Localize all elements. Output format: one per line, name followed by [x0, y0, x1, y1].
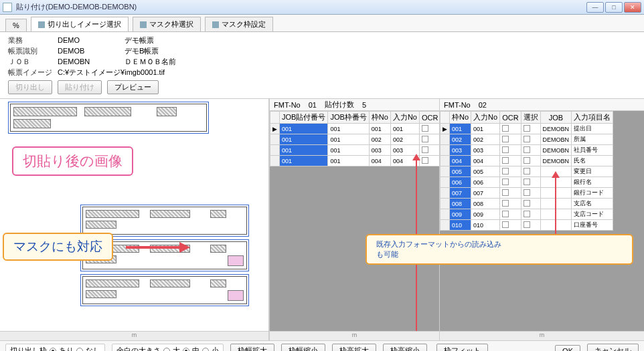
tab-icon	[38, 21, 45, 28]
frame-width-enlarge-button[interactable]: 枠幅拡大	[230, 344, 274, 351]
app-icon	[3, 3, 12, 12]
frame-fit-button[interactable]: 枠フィット	[436, 344, 488, 351]
radio-has-frame[interactable]	[50, 348, 56, 352]
radio-large[interactable]	[163, 348, 170, 352]
info-label: 帳票イメージ	[8, 68, 58, 78]
margin-group: 余白の大きさ 大 中 小	[112, 344, 224, 351]
table-row[interactable]: 006006銀行名	[440, 177, 613, 188]
info-value: ＤＥＭＯＢ名前	[125, 57, 176, 67]
form-image-1[interactable]	[8, 102, 209, 134]
fmt-no: 02	[479, 101, 487, 109]
info-value: DEMO	[58, 36, 125, 44]
cut-frame-group: 切り出し枠 あり なし	[5, 344, 105, 351]
bottom-bar: 切り出し枠 あり なし 余白の大きさ 大 中 小 枠幅拡大 枠幅縮小 枠高拡大 …	[0, 340, 644, 351]
tab-mask-select[interactable]: マスク枠選択	[133, 17, 201, 31]
radio-no-frame[interactable]	[76, 348, 83, 352]
grid-pane-2: FMT-No 02 枠No入力NoOCR選択JOB入力項目名▶001001DEM…	[439, 99, 644, 340]
table-row[interactable]: 001001002002所属	[270, 134, 440, 145]
radio-medium[interactable]	[183, 348, 189, 352]
titlebar: 貼り付け(DEMO-DEMOB-DEMOBN) — □ ✕	[0, 0, 644, 15]
scrollbar[interactable]: m	[440, 331, 644, 340]
close-button[interactable]: ✕	[624, 2, 641, 13]
frame-width-shrink-button[interactable]: 枠幅縮小	[281, 344, 325, 351]
table-row[interactable]: ▶001001001001提出日	[270, 124, 440, 134]
form-image-2[interactable]	[80, 205, 249, 237]
maximize-button[interactable]: □	[605, 2, 623, 13]
cancel-button[interactable]: キャンセル	[587, 344, 639, 351]
cut-button[interactable]: 切り出し	[8, 80, 52, 94]
info-value: デモB帳票	[125, 46, 159, 56]
group-label: 切り出し枠	[10, 346, 47, 351]
count-label: 貼付け数	[325, 100, 354, 110]
table-row[interactable]: 004004DEMOBN氏名	[440, 156, 613, 166]
tab-percent[interactable]: %	[5, 19, 27, 31]
tab-mask-config[interactable]: マスク枠設定	[205, 17, 273, 31]
main-area: m FMT-No 01 貼付け数 5 JOB貼付番号JOB枠番号枠No入力NoO…	[0, 98, 644, 340]
table-row[interactable]: 009009支店コード	[440, 209, 613, 220]
info-value: C:¥テストイメージ¥imgb0001.tif	[58, 68, 165, 78]
preview-pane: m	[0, 99, 269, 340]
scrollbar[interactable]: m	[0, 331, 268, 340]
fmt-no: 01	[309, 101, 317, 109]
ok-button[interactable]: OK	[555, 345, 580, 352]
info-value: デモ帳票	[125, 35, 154, 45]
fmt-label: FMT-No	[274, 101, 301, 109]
table-row[interactable]: 002002DEMOBN所属	[440, 134, 613, 145]
group-label: 余白の大きさ	[116, 346, 161, 351]
info-label: ＪＯＢ	[8, 57, 58, 67]
minimize-button[interactable]: —	[586, 2, 604, 13]
table-row[interactable]: 003003DEMOBN社員番号	[440, 145, 613, 156]
callout-mask: マスクにも対応	[3, 233, 113, 261]
info-label: 帳票識別	[8, 46, 58, 56]
callout-after-paste: 切貼り後の画像	[12, 146, 133, 176]
radio-small[interactable]	[202, 348, 209, 352]
fmt-label: FMT-No	[444, 101, 471, 109]
tab-cut-image[interactable]: 切り出しイメージ選択	[31, 17, 129, 31]
window-title: 貼り付け(DEMO-DEMOB-DEMOBN)	[16, 2, 586, 12]
grid-pane-1: FMT-No 01 貼付け数 5 JOB貼付番号JOB枠番号枠No入力NoOCR…	[269, 99, 439, 340]
preview-button[interactable]: プレビュー	[107, 80, 159, 94]
paste-button[interactable]: 貼り付け	[58, 80, 102, 94]
grid-2[interactable]: 枠No入力NoOCR選択JOB入力項目名▶001001DEMOBN提出日0020…	[440, 111, 613, 231]
form-image-4[interactable]	[80, 274, 249, 306]
table-row[interactable]: 007007銀行コード	[440, 188, 613, 199]
info-label: 業務	[8, 35, 58, 45]
scrollbar[interactable]: m	[270, 331, 439, 340]
table-row[interactable]: 005005変更日	[440, 166, 613, 177]
info-value: DEMOBN	[58, 57, 125, 66]
tab-strip: % 切り出しイメージ選択 マスク枠選択 マスク枠設定	[0, 15, 644, 32]
callout-existing-format: 既存入力フォーマットからの読み込み も可能	[366, 234, 633, 265]
count-value: 5	[362, 101, 366, 109]
table-row[interactable]: 010010口座番号	[440, 220, 613, 231]
table-row[interactable]: 008008支店名	[440, 199, 613, 209]
frame-height-shrink-button[interactable]: 枠高縮小	[383, 344, 427, 351]
info-panel: 業務DEMOデモ帳票 帳票識別DEMOBデモB帳票 ＪＯＢDEMOBNＤＥＭＯＢ…	[0, 32, 644, 79]
action-bar: 切り出し 貼り付け プレビュー	[0, 79, 644, 98]
frame-height-enlarge-button[interactable]: 枠高拡大	[332, 344, 376, 351]
tab-icon	[212, 21, 219, 28]
table-row[interactable]: ▶001001DEMOBN提出日	[440, 124, 613, 134]
arrow-icon	[126, 243, 199, 251]
info-value: DEMOB	[58, 47, 125, 55]
tab-icon	[140, 21, 147, 28]
